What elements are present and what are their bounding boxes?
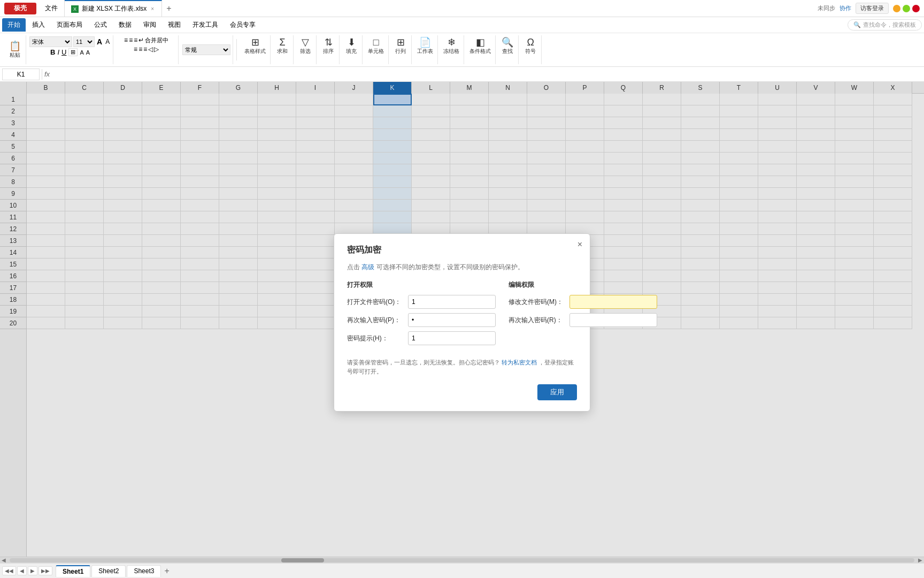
ribbon-group-format: 常规: [180, 35, 233, 64]
table-label: 表格样式: [244, 48, 266, 55]
find-btn[interactable]: 🔍 查找: [499, 36, 516, 56]
sheet-tab-2[interactable]: Sheet2: [91, 565, 126, 577]
tab-start[interactable]: 开始: [2, 18, 26, 32]
font-size-select[interactable]: 11: [73, 36, 95, 47]
tab-review[interactable]: 审阅: [138, 18, 161, 32]
open-hint-input[interactable]: [408, 331, 496, 345]
table-style-btn[interactable]: ⊞ 表格样式: [242, 36, 268, 56]
dialog-close-btn[interactable]: ×: [578, 240, 582, 249]
underline-btn[interactable]: U: [61, 48, 66, 56]
number-format-select[interactable]: 常规: [182, 44, 230, 55]
password-dialog: 密码加密 × 点击 高级 可选择不同的加密类型，设置不同级别的密码保护。 打开权…: [334, 233, 590, 412]
account-btn[interactable]: 访客登录: [856, 3, 889, 14]
align-mid-btn[interactable]: ≡: [129, 36, 133, 44]
indent-inc-btn[interactable]: ▷: [154, 45, 159, 53]
edit-password-input[interactable]: [569, 295, 657, 309]
fill-color-btn[interactable]: A: [80, 49, 83, 56]
open-password-input[interactable]: [408, 295, 496, 309]
footer-link[interactable]: 转为私密文档: [502, 359, 537, 366]
sheet-nav-first[interactable]: ◀◀: [2, 566, 16, 575]
tab-data[interactable]: 数据: [113, 18, 137, 32]
dialog-advanced-link[interactable]: 高级: [361, 263, 374, 271]
sheet-nav-last[interactable]: ▶▶: [38, 566, 52, 575]
cond-format-btn[interactable]: ◧ 条件格式: [467, 36, 493, 56]
edit-reenter-input[interactable]: [569, 313, 657, 327]
apply-button[interactable]: 应用: [537, 384, 577, 400]
title-bar-controls: 未同步 协作 访客登录: [818, 3, 920, 14]
sum-label: 求和: [277, 48, 288, 55]
font-buttons: 宋体 11 A A B I U ⊞ A A: [29, 36, 111, 63]
sheet-nav-prev[interactable]: ◀: [17, 566, 27, 575]
align-buttons: ≡ ≡ ≡ ↵ 合并居中 ≡ ≡ ≡ ◁ ▷: [124, 36, 168, 63]
name-box[interactable]: [2, 69, 40, 80]
maximize-btn[interactable]: [903, 5, 910, 12]
tab-insert[interactable]: 插入: [27, 18, 50, 32]
freeze-icon: ❄: [448, 37, 456, 47]
filter-btn[interactable]: ▽ 筛选: [297, 36, 314, 56]
align-top-btn[interactable]: ≡: [124, 36, 128, 44]
worksheet-btn[interactable]: 📄 工作表: [415, 36, 435, 56]
paste-button[interactable]: 📋 粘贴: [6, 40, 24, 60]
align-bot-btn[interactable]: ≡: [134, 36, 137, 44]
symbol-btn[interactable]: Ω 符号: [522, 36, 539, 56]
tab-page-layout[interactable]: 页面布局: [51, 18, 88, 32]
sum-icon: Σ: [280, 37, 286, 47]
tab-formula[interactable]: 公式: [89, 18, 112, 32]
ribbon-group-cond-format: ◧ 条件格式: [465, 35, 496, 64]
dialog-overlay: 密码加密 × 点击 高级 可选择不同的加密类型，设置不同级别的密码保护。 打开权…: [0, 82, 924, 563]
rowcol-btn[interactable]: ⊞ 行列: [392, 36, 409, 56]
cell-format-btn[interactable]: □ 单元格: [366, 36, 386, 56]
tab-excel[interactable]: X 新建 XLSX 工作表.xlsx ×: [65, 0, 162, 17]
cond-format-label: 条件格式: [469, 48, 491, 55]
tab-file[interactable]: 文件: [38, 0, 65, 17]
fill-btn[interactable]: ⬇ 填充: [343, 36, 360, 56]
ribbon-group-align: ≡ ≡ ≡ ↵ 合并居中 ≡ ≡ ≡ ◁ ▷: [114, 35, 179, 64]
italic-btn[interactable]: I: [57, 48, 59, 56]
indent-dec-btn[interactable]: ◁: [148, 45, 153, 53]
font-color-btn[interactable]: A: [86, 49, 90, 56]
sort-icon: ⇅: [325, 37, 333, 47]
align-right-btn[interactable]: ≡: [143, 45, 147, 53]
formula-input[interactable]: [52, 69, 922, 80]
border-btn[interactable]: ⊞: [68, 48, 78, 56]
font-row1: 宋体 11 A A: [29, 36, 111, 47]
tab-view[interactable]: 视图: [163, 18, 186, 32]
edit-perm-col: 编辑权限 修改文件密码(M)： 再次输入密码(R)：: [509, 280, 657, 349]
merge-btn[interactable]: 合并居中: [145, 36, 168, 44]
formula-divider: [42, 69, 42, 80]
footer-text: 请妥善保管密码，一旦遗忘，则无法恢复。担心忘记密码？: [347, 359, 500, 366]
find-icon: 🔍: [502, 37, 513, 47]
wrap-btn[interactable]: ↵: [138, 36, 144, 44]
sheet-tab-3[interactable]: Sheet3: [127, 565, 161, 577]
font-decrease-btn[interactable]: A: [104, 38, 111, 45]
tab-excel-label: 新建 XLSX 工作表.xlsx: [82, 4, 147, 13]
sheet-add-btn[interactable]: +: [162, 566, 171, 576]
collab-btn[interactable]: 协作: [840, 4, 851, 12]
tab-close-icon[interactable]: ×: [150, 6, 155, 12]
close-btn[interactable]: [912, 5, 920, 12]
font-name-select[interactable]: 宋体: [29, 36, 72, 47]
dialog-description: 点击 高级 可选择不同的加密类型，设置不同级别的密码保护。: [347, 262, 577, 272]
align-center-btn[interactable]: ≡: [138, 45, 142, 53]
freeze-label: 冻结格: [443, 48, 459, 55]
font-increase-btn[interactable]: A: [96, 37, 103, 46]
sort-btn[interactable]: ⇅ 排序: [320, 36, 337, 56]
search-box[interactable]: 🔍 查找命令，搜索模板: [848, 19, 922, 31]
minimize-btn[interactable]: [893, 5, 900, 12]
table-icon: ⊞: [251, 37, 259, 47]
sheet-tab-1[interactable]: Sheet1: [56, 565, 90, 577]
tab-member[interactable]: 会员专享: [225, 18, 261, 32]
open-reenter-input[interactable]: [408, 313, 496, 327]
ribbon-content: 📋 粘贴 宋体 11 A A B: [0, 33, 924, 66]
freeze-btn[interactable]: ❄ 冻结格: [441, 36, 461, 56]
sort-label: 排序: [323, 48, 334, 55]
sheet-nav-next[interactable]: ▶: [28, 566, 37, 575]
bold-btn[interactable]: B: [50, 48, 55, 56]
paste-icon: 📋: [9, 41, 21, 51]
sum-btn[interactable]: Σ 求和: [274, 36, 291, 56]
ribbon-group-paste: 📋 粘贴: [4, 35, 26, 64]
tab-dev[interactable]: 开发工具: [187, 18, 224, 32]
tab-add-button[interactable]: +: [162, 4, 175, 13]
dialog-columns: 打开权限 打开文件密码(O)： 再次输入密码(P)： 密码提示(H)：: [347, 280, 577, 349]
align-left-btn[interactable]: ≡: [134, 45, 137, 53]
